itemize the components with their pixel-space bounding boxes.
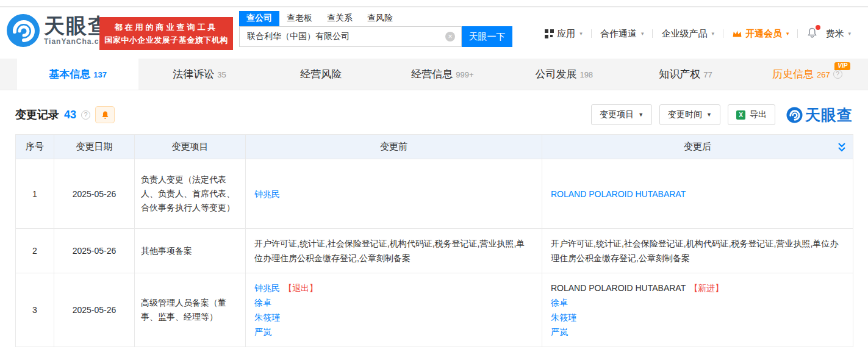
notification-dot (816, 25, 820, 30)
tianyancha-logo[interactable]: 天眼查 TianYanCha.com (6, 13, 111, 48)
cell-date: 2025-05-26 (54, 273, 135, 347)
cell-before: 钟兆民 (246, 159, 542, 229)
person-link[interactable]: 朱筱瑾 (254, 312, 280, 322)
search-tab-查风险[interactable]: 查风险 (360, 11, 400, 26)
col-header-after: 变更后 (542, 135, 853, 159)
nav-tab-count: 267 (817, 70, 830, 79)
menu-separator (652, 29, 653, 38)
menu-partner[interactable]: 合作通道 ▾ (600, 28, 644, 40)
chevron-down-icon: ▾ (786, 31, 789, 37)
chevron-down-icon: ▾ (848, 31, 851, 37)
slogan-banner: 都在用的商业查询工具 国家中小企业发展子基金旗下机构 (99, 17, 233, 50)
cell-text: 开户许可证,统计证,社会保险登记证,机构代码证,税务登记证,营业执照,单位办理住… (551, 239, 838, 263)
collapse-double-chevron-icon[interactable] (837, 142, 847, 153)
search-tabs: 查公司查老板查关系查风险 (239, 12, 400, 26)
nav-tab-label: 历史信息 (772, 67, 814, 81)
apps-grid-icon (545, 29, 554, 38)
clear-icon[interactable]: × (445, 32, 455, 41)
vip-badge: VIP (834, 62, 850, 70)
filter-change-time-dropdown[interactable]: 变更时间 ▼ (659, 104, 720, 125)
search-tab-查关系[interactable]: 查关系 (320, 11, 360, 26)
chevron-down-icon: ▾ (641, 31, 644, 37)
watermark-brand-text: 天眼查 (805, 105, 853, 125)
status-tag: 【退出】 (284, 283, 318, 293)
notification-bell[interactable] (806, 27, 818, 40)
nav-tab-历史信息[interactable]: 历史信息267VIP? (747, 59, 868, 90)
tianyancha-swirl-icon (786, 107, 803, 123)
search-tab-查老板[interactable]: 查老板 (279, 11, 320, 26)
nav-tab-label: 公司发展 (535, 67, 576, 81)
nav-tab-count: 999+ (456, 70, 473, 79)
menu-separator (591, 29, 592, 38)
slogan-line1: 都在用的商业查询工具 (115, 22, 218, 33)
person-link[interactable]: 严岚 (254, 327, 271, 337)
nav-tab-法律诉讼[interactable]: 法律诉讼35 (138, 59, 260, 90)
subscribe-bell-button[interactable] (95, 106, 115, 123)
section-title: 变更记录 (15, 107, 59, 122)
nav-tab-经营信息[interactable]: 经营信息999+ (382, 59, 503, 90)
cell-date: 2025-05-26 (54, 229, 135, 273)
menu-apps[interactable]: 应用 ▾ (545, 28, 583, 40)
nav-tab-知识产权[interactable]: 知识产权77 (625, 59, 746, 90)
search-tab-查公司[interactable]: 查公司 (239, 11, 279, 26)
nav-tab-count: 35 (217, 70, 226, 79)
change-record-header: 变更记录 43 ? 变更项目 ▼ 变更时间 ▼ X 导出 (15, 104, 853, 126)
menu-enterprise[interactable]: 企业级产品 ▾ (661, 28, 714, 40)
nav-tab-经营风险[interactable]: 经营风险 (260, 59, 382, 90)
cell-text: ROLAND POLAROID HUTABARAT (551, 283, 686, 293)
person-link[interactable]: 徐卓 (551, 298, 568, 308)
table-header-row: 序号 变更日期 变更项目 变更前 变更后 (16, 135, 853, 159)
nav-tab-label: 法律诉讼 (173, 67, 214, 81)
nav-tab-label: 知识产权 (659, 67, 700, 81)
menu-user[interactable]: 费米 ▾ (825, 28, 851, 40)
person-link[interactable]: 严岚 (551, 327, 568, 337)
cell-line: ROLAND POLAROID HUTABARAT【新进】 (551, 281, 844, 295)
person-link[interactable]: 朱筱瑾 (551, 312, 576, 322)
search-input[interactable] (240, 32, 445, 41)
bell-icon (101, 110, 110, 120)
watermark-logo: 天眼查 (786, 105, 853, 125)
cell-line: 钟兆民【退出】 (254, 281, 533, 295)
nav-tab-基本信息[interactable]: 基本信息137 (17, 59, 138, 90)
cell-no: 1 (16, 159, 54, 229)
header-divider (0, 6, 868, 7)
col-header-before: 变更前 (246, 135, 542, 159)
person-link[interactable]: 钟兆民 (254, 189, 280, 199)
search-button[interactable]: 天眼一下 (462, 26, 512, 47)
help-icon[interactable]: ? (81, 110, 90, 120)
cell-line: 严岚 (254, 325, 533, 339)
nav-tab-label: 经营风险 (300, 67, 342, 81)
change-record-table: 序号 变更日期 变更项目 变更前 变更后 12025-05-26负责人变更（法定… (15, 134, 853, 347)
crown-icon (732, 29, 742, 38)
cell-no: 3 (16, 273, 54, 347)
menu-vip-label: 开通会员 (745, 28, 782, 40)
nav-tab-label: 经营信息 (411, 67, 453, 81)
person-link[interactable]: 钟兆民 (254, 283, 280, 293)
dropdown-triangle-icon: ▼ (638, 112, 644, 118)
menu-vip[interactable]: 开通会员 ▾ (732, 28, 789, 40)
cell-after: 开户许可证,统计证,社会保险登记证,机构代码证,税务登记证,营业执照,单位办理住… (542, 229, 853, 273)
cell-change-item: 其他事项备案 (135, 229, 246, 273)
help-icon[interactable]: ? (833, 70, 842, 79)
cell-change-item: 高级管理人员备案（董事、监事、经理等） (135, 273, 246, 347)
cell-line: 严岚 (551, 325, 844, 339)
top-header: 天眼查 TianYanCha.com 都在用的商业查询工具 国家中小企业发展子基… (0, 0, 868, 59)
nav-tab-count: 77 (703, 70, 712, 79)
person-link[interactable]: 徐卓 (254, 298, 271, 308)
cell-line: 朱筱瑾 (254, 310, 533, 325)
excel-icon: X (736, 110, 745, 120)
person-link[interactable]: ROLAND POLAROID HUTABARAT (551, 189, 686, 199)
tianyancha-swirl-icon (6, 13, 40, 48)
menu-apps-label: 应用 (557, 28, 575, 40)
cell-line: 徐卓 (254, 295, 533, 310)
cell-before: 开户许可证,统计证,社会保险登记证,机构代码证,税务登记证,营业执照,单位办理住… (246, 229, 542, 273)
section-count: 43 (64, 109, 76, 121)
nav-tab-公司发展[interactable]: 公司发展198 (503, 59, 625, 90)
table-row: 12025-05-26负责人变更（法定代表人、负责人、首席代表、合伙事务执行人等… (16, 159, 853, 229)
export-button[interactable]: X 导出 (728, 104, 775, 125)
filter-change-item-dropdown[interactable]: 变更项目 ▼ (591, 104, 652, 125)
col-header-no: 序号 (16, 135, 54, 159)
search-box: × (239, 26, 462, 47)
company-nav-tabs: 基本信息137法律诉讼35经营风险经营信息999+公司发展198知识产权77历史… (0, 59, 868, 90)
cell-before: 钟兆民【退出】徐卓朱筱瑾严岚 (246, 273, 542, 347)
